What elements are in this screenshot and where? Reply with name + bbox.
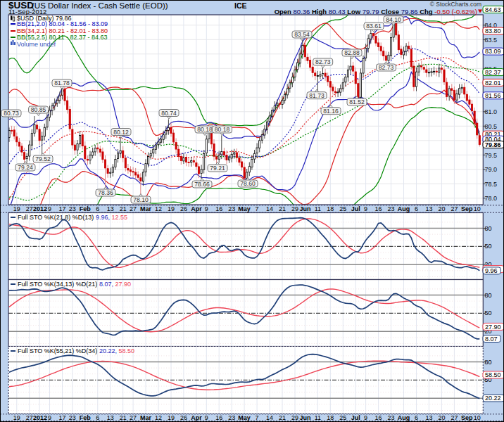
svg-text:80.5: 80.5 [485,123,498,130]
svg-text:79.52: 79.52 [35,155,51,162]
svg-text:27: 27 [451,205,458,212]
svg-text:Full STO %K(55,21) %D(34) 20.2: Full STO %K(55,21) %D(34) 20.22, 58.50 [18,347,134,354]
svg-text:79.24: 79.24 [18,164,33,171]
svg-text:6: 6 [96,205,99,212]
svg-text:7: 7 [256,205,259,212]
svg-text:20: 20 [438,205,445,212]
svg-text:Volume undef: Volume undef [17,41,56,48]
svg-text:80.12: 80.12 [113,129,129,136]
svg-text:Open 80.36 High 80.43 Low 79.7: Open 80.36 High 80.43 Low 79.79 Close 79… [275,8,477,15]
svg-text:Feb: Feb [80,205,92,212]
svg-text:82.01: 82.01 [485,79,501,87]
svg-text:81.16: 81.16 [323,108,339,115]
svg-text:78.36: 78.36 [98,189,113,196]
svg-text:82.73: 82.73 [315,58,331,65]
svg-text:19: 19 [13,205,20,212]
svg-text:May: May [238,205,251,212]
svg-text:13: 13 [425,414,432,421]
svg-text:78.5: 78.5 [485,181,498,188]
svg-text:83.5: 83.5 [485,37,498,44]
svg-text:19: 19 [168,414,175,421]
svg-text:6: 6 [415,205,418,212]
svg-text:23: 23 [387,205,394,212]
svg-text:83.61: 83.61 [366,23,382,30]
svg-text:13: 13 [425,205,432,212]
svg-text:18: 18 [327,414,334,421]
svg-text:81.56: 81.56 [485,92,501,99]
svg-text:9: 9 [364,414,367,421]
svg-text:79.0: 79.0 [485,166,498,173]
svg-text:16: 16 [215,205,222,212]
svg-text:Apr: Apr [191,414,202,421]
svg-text:83.80: 83.80 [485,27,501,34]
svg-text:84.10: 84.10 [386,16,401,23]
svg-text:23: 23 [69,205,76,212]
svg-text:Full STO %K(34,13) %D(21) 8.07: Full STO %K(34,13) %D(21) 8.07, 27.90 [18,281,131,288]
svg-text:21: 21 [120,414,127,421]
svg-text:79.21: 79.21 [210,165,225,172]
svg-text:16: 16 [375,414,382,421]
svg-text:10: 10 [474,414,481,421]
svg-text:Full STO %K(21,8) %D(13) 9.96,: Full STO %K(21,8) %D(13) 9.96, 12.55 [18,214,127,221]
svg-text:78.0: 78.0 [485,195,498,202]
svg-text:80.73: 80.73 [4,110,19,117]
svg-text:27: 27 [130,205,137,212]
svg-text:14: 14 [266,205,273,212]
svg-text:12: 12 [155,205,162,212]
svg-text:29: 29 [291,205,298,212]
svg-text:21: 21 [279,205,286,212]
svg-text:19: 19 [13,414,20,421]
svg-text:23: 23 [387,414,394,421]
svg-text:16: 16 [375,205,382,212]
svg-text:26: 26 [180,414,187,421]
svg-text:Apr: Apr [191,205,202,212]
svg-text:81.73: 81.73 [309,92,325,99]
svg-text:80: 80 [485,292,492,299]
svg-text:58.50: 58.50 [485,371,501,378]
svg-text:80: 80 [485,359,492,366]
svg-text:78.60: 78.60 [240,180,256,187]
svg-text:Mar: Mar [140,414,152,421]
svg-text:21: 21 [120,205,127,212]
svg-text:Jul: Jul [351,205,360,212]
svg-text:Mar: Mar [140,205,152,212]
svg-text:50: 50 [485,309,492,316]
svg-text:Jun: Jun [299,205,310,212]
svg-text:20.22: 20.22 [485,395,501,402]
svg-text:8.07: 8.07 [485,335,498,343]
svg-text:23: 23 [228,414,235,421]
svg-text:18: 18 [327,205,334,212]
svg-text:79.86: 79.86 [485,141,501,148]
svg-text:9: 9 [48,205,51,212]
svg-text:BB(55,2.5) 80.11 - 82.37 - 84.: BB(55,2.5) 80.11 - 82.37 - 84.63 [17,34,107,41]
svg-text:17: 17 [58,205,65,212]
svg-text:19: 19 [168,205,175,212]
svg-text:(US Dollar Index - Cash Settle: (US Dollar Index - Cash Settle (EOD)) [32,1,168,10]
svg-text:Jul: Jul [351,414,360,421]
svg-text:BB(21,2.0) 80.04 - 81.56 - 83.: BB(21,2.0) 80.04 - 81.56 - 83.09 [17,20,108,27]
svg-text:6: 6 [415,414,418,421]
svg-text:9.96: 9.96 [485,267,498,274]
svg-text:23: 23 [69,414,76,421]
svg-text:83.54: 83.54 [294,31,310,38]
svg-text:80: 80 [485,225,492,232]
svg-text:13: 13 [107,414,114,421]
svg-text:80.18: 80.18 [215,126,230,133]
svg-text:27: 27 [26,414,33,421]
svg-text:Aug: Aug [398,205,410,212]
svg-text:ICE: ICE [234,1,247,10]
svg-text:9: 9 [205,205,208,212]
svg-text:21: 21 [279,414,286,421]
svg-text:25: 25 [339,205,346,212]
svg-text:82.37: 82.37 [485,69,501,76]
svg-text:Feb: Feb [80,414,92,421]
svg-text:Aug: Aug [398,414,410,421]
svg-text:Sep: Sep [461,205,473,212]
svg-text:17: 17 [58,414,65,421]
svg-text:11: 11 [315,414,321,421]
svg-text:80.18: 80.18 [197,126,213,133]
svg-text:81.0: 81.0 [485,108,498,115]
svg-text:Sep: Sep [461,414,473,421]
svg-text:50: 50 [485,243,492,250]
svg-text:83.09: 83.09 [485,48,501,55]
